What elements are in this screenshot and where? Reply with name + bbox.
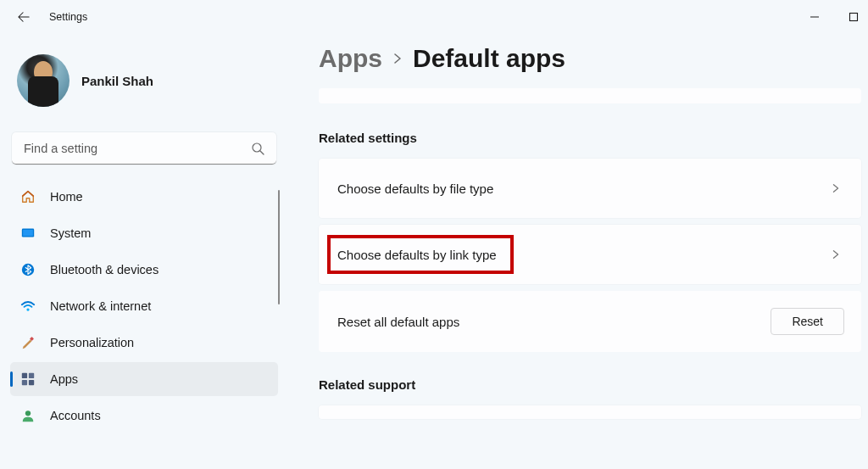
main-content: Apps Default apps Related settings Choos… bbox=[288, 34, 868, 469]
svg-rect-9 bbox=[22, 380, 27, 385]
profile-section[interactable]: Pankil Shah bbox=[10, 42, 278, 127]
card-remnant-bottom bbox=[319, 405, 861, 419]
personalization-icon bbox=[20, 335, 36, 350]
sidebar-item-label: Home bbox=[50, 190, 83, 204]
setting-label: Choose defaults by link type bbox=[337, 248, 497, 262]
svg-point-1 bbox=[253, 143, 261, 152]
sidebar-item-label: Network & internet bbox=[50, 299, 151, 313]
bluetooth-icon bbox=[20, 262, 36, 277]
svg-rect-8 bbox=[29, 373, 34, 378]
sidebar-item-label: Apps bbox=[50, 372, 78, 386]
maximize-icon bbox=[849, 12, 859, 22]
titlebar: Settings bbox=[0, 0, 868, 34]
profile-name: Pankil Shah bbox=[81, 74, 153, 88]
reset-button[interactable]: Reset bbox=[771, 308, 844, 335]
minimize-icon bbox=[810, 12, 820, 22]
sidebar-item-apps[interactable]: Apps bbox=[10, 362, 278, 396]
sidebar-item-label: Personalization bbox=[50, 336, 134, 349]
breadcrumb-parent[interactable]: Apps bbox=[319, 44, 382, 73]
sidebar-item-label: Accounts bbox=[50, 409, 101, 422]
chevron-right-icon bbox=[392, 53, 403, 64]
window-title: Settings bbox=[49, 11, 87, 23]
sidebar-item-label: System bbox=[50, 226, 91, 240]
svg-rect-7 bbox=[22, 373, 27, 378]
sidebar: Pankil Shah Home System bbox=[0, 34, 288, 469]
chevron-right-icon bbox=[831, 249, 841, 260]
setting-label: Choose defaults by file type bbox=[337, 181, 493, 196]
row-reset-defaults: Reset all default apps Reset bbox=[319, 291, 861, 352]
avatar bbox=[17, 54, 70, 107]
system-icon bbox=[20, 226, 36, 241]
svg-rect-10 bbox=[29, 380, 34, 385]
breadcrumb-current: Default apps bbox=[413, 44, 565, 73]
sidebar-item-bluetooth[interactable]: Bluetooth & devices bbox=[10, 253, 278, 287]
related-settings-heading: Related settings bbox=[319, 131, 861, 145]
nav-list: Home System Bluetooth & devices Network … bbox=[10, 180, 278, 433]
accounts-icon bbox=[20, 408, 36, 423]
sidebar-item-network[interactable]: Network & internet bbox=[10, 289, 278, 323]
maximize-button[interactable] bbox=[846, 9, 861, 25]
svg-rect-3 bbox=[23, 230, 33, 236]
arrow-left-icon bbox=[18, 11, 30, 23]
sidebar-item-label: Bluetooth & devices bbox=[50, 263, 159, 276]
svg-point-11 bbox=[25, 410, 31, 416]
wifi-icon bbox=[20, 299, 36, 314]
search-input[interactable] bbox=[12, 132, 276, 165]
search-icon bbox=[251, 142, 264, 155]
search-box bbox=[12, 132, 276, 165]
home-icon bbox=[20, 189, 36, 204]
sidebar-item-personalization[interactable]: Personalization bbox=[10, 326, 278, 360]
svg-point-5 bbox=[26, 308, 29, 310]
breadcrumb: Apps Default apps bbox=[319, 44, 861, 73]
sidebar-item-home[interactable]: Home bbox=[10, 180, 278, 214]
chevron-right-icon bbox=[831, 183, 841, 193]
sidebar-item-system[interactable]: System bbox=[10, 216, 278, 250]
row-choose-defaults-link-type[interactable]: Choose defaults by link type Choose defa… bbox=[319, 225, 861, 284]
related-support-heading: Related support bbox=[319, 377, 861, 392]
row-choose-defaults-file-type[interactable]: Choose defaults by file type bbox=[319, 159, 861, 218]
apps-icon bbox=[20, 371, 36, 387]
card-remnant bbox=[319, 88, 861, 103]
back-button[interactable] bbox=[14, 7, 34, 27]
svg-rect-0 bbox=[850, 14, 858, 21]
minimize-button[interactable] bbox=[807, 9, 822, 25]
window-controls bbox=[807, 0, 861, 34]
setting-label: Reset all default apps bbox=[337, 315, 459, 329]
sidebar-item-accounts[interactable]: Accounts bbox=[10, 399, 278, 433]
